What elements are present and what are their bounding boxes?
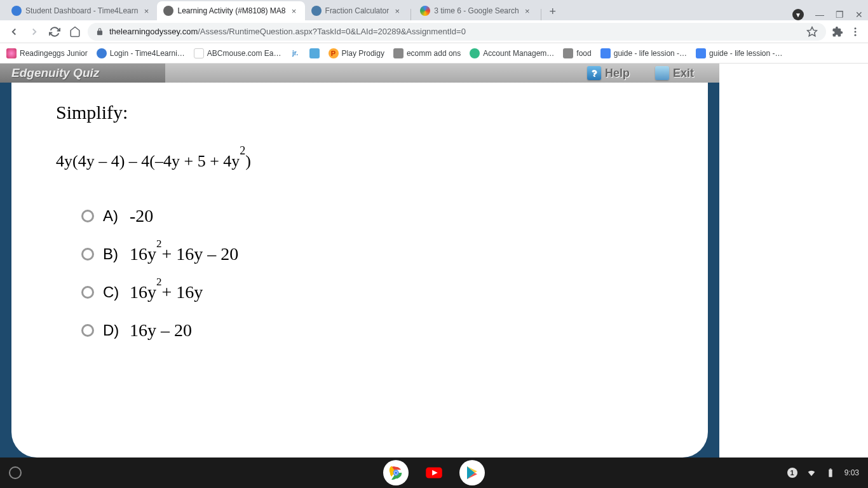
- tab-close-icon[interactable]: ×: [142, 6, 151, 15]
- browser-tab[interactable]: Fraction Calculator ×: [305, 1, 409, 20]
- svg-point-1: [855, 27, 857, 29]
- launcher-button[interactable]: [0, 466, 31, 479]
- help-label: Help: [605, 67, 630, 80]
- tab-divider: [541, 9, 541, 20]
- youtube-app[interactable]: [421, 460, 447, 485]
- exit-icon: [655, 66, 669, 80]
- prodigy-icon: P: [329, 48, 339, 58]
- exit-label: Exit: [673, 67, 694, 80]
- bookmark-label: Readingeggs Junior: [20, 49, 88, 58]
- svg-rect-10: [829, 468, 831, 469]
- bookmark[interactable]: Readingeggs Junior: [6, 48, 88, 58]
- answer-label: B): [103, 245, 121, 263]
- close-window-button[interactable]: ✕: [855, 10, 863, 20]
- quiz-header: Edgenuity Quiz ? Help Exit: [0, 64, 719, 83]
- docs-icon: [600, 48, 611, 58]
- menu-icon[interactable]: [849, 25, 862, 38]
- bookmark-icon: [194, 48, 204, 58]
- answer-option-b[interactable]: B) 16y2 + 16y – 20: [81, 244, 663, 264]
- chrome-app[interactable]: [383, 460, 409, 485]
- answer-option-c[interactable]: C) 16y2 + 16y: [81, 282, 663, 302]
- tab-title: 3 time 6 - Google Search: [434, 6, 519, 15]
- bookmark[interactable]: Account Managem…: [470, 48, 554, 58]
- expr-pre: 4y(4y – 4) – 4(–4y + 5 + 4y: [56, 152, 240, 171]
- url-input[interactable]: thelearningodyssey.com/Assess/RuntimeQue…: [88, 23, 826, 41]
- minimize-button[interactable]: —: [815, 10, 824, 20]
- quiz-frame: Edgenuity Quiz ? Help Exit Simplify: 4y(…: [0, 64, 719, 458]
- window-controls: ▼ — ❐ ✕: [792, 9, 863, 20]
- browser-tab[interactable]: 3 time 6 - Google Search ×: [414, 1, 538, 20]
- quiz-body: Simplify: 4y(4y – 4) – 4(–4y + 5 + 4y 2 …: [11, 83, 708, 458]
- answer-text: 16y2 + 16y: [130, 282, 203, 302]
- question-expression: 4y(4y – 4) – 4(–4y + 5 + 4y 2 ): [56, 152, 663, 171]
- radio-button[interactable]: [81, 210, 94, 222]
- bookmark-label: Play Prodigy: [342, 49, 384, 58]
- bookmark-label: guide - life lession -…: [709, 49, 782, 58]
- bookmark[interactable]: food: [563, 48, 591, 58]
- svg-point-2: [855, 30, 857, 32]
- system-tray[interactable]: 1 9:03: [787, 468, 868, 478]
- question-prompt: Simplify:: [56, 102, 663, 123]
- bookmark[interactable]: PPlay Prodigy: [329, 48, 384, 58]
- bookmark[interactable]: guide - life lession -…: [600, 48, 687, 58]
- help-button[interactable]: ? Help: [587, 66, 630, 80]
- quiz-title: Edgenuity Quiz: [11, 66, 99, 80]
- extensions-icon[interactable]: [831, 25, 844, 38]
- tab-title: Fraction Calculator: [325, 6, 390, 15]
- bookmark-icon: jr.: [290, 48, 301, 58]
- radio-button[interactable]: [81, 324, 94, 337]
- new-tab-button[interactable]: +: [544, 3, 562, 20]
- bookmark[interactable]: ABCmouse.com Ea…: [194, 48, 281, 58]
- globe-icon: [163, 6, 173, 16]
- quiz-title-box: Edgenuity Quiz: [0, 64, 165, 83]
- status-circle-icon[interactable]: ▼: [792, 9, 804, 20]
- docs-icon: [696, 48, 706, 58]
- wifi-icon: [806, 468, 817, 478]
- answers-list: A) -20 B) 16y2 + 16y – 20 C) 16y2 + 16y: [56, 206, 663, 341]
- bookmark[interactable]: jr.: [290, 48, 301, 58]
- reload-button[interactable]: [47, 24, 62, 39]
- bookmark-icon: [309, 48, 320, 58]
- tab-close-icon[interactable]: ×: [393, 6, 402, 15]
- launcher-icon: [9, 466, 22, 479]
- google-icon: [420, 6, 430, 16]
- bookmark[interactable]: [309, 48, 320, 58]
- home-button[interactable]: [67, 24, 83, 39]
- bookmark-label: guide - life lession -…: [614, 49, 687, 58]
- tab-close-icon[interactable]: ×: [523, 6, 532, 15]
- bookmark-icon: [97, 48, 107, 58]
- bookmark[interactable]: guide - life lession -…: [696, 48, 782, 58]
- tab-favicon: [11, 6, 22, 16]
- back-button[interactable]: [6, 24, 22, 39]
- browser-tab-active[interactable]: Learning Activity (#M8108) MA8 ×: [157, 1, 304, 20]
- tab-close-icon[interactable]: ×: [290, 6, 299, 15]
- maximize-button[interactable]: ❐: [836, 10, 844, 20]
- tab-divider: [410, 9, 411, 20]
- svg-point-3: [855, 34, 857, 36]
- folder-icon: [393, 48, 403, 58]
- answer-option-d[interactable]: D) 16y – 20: [81, 320, 663, 341]
- folder-icon: [563, 48, 573, 58]
- tab-title: Learning Activity (#M8108) MA8: [177, 6, 285, 15]
- answer-label: A): [103, 207, 121, 225]
- browser-tab[interactable]: Student Dashboard - Time4Learn ×: [5, 1, 157, 20]
- forward-button[interactable]: [27, 24, 42, 39]
- clock: 9:03: [844, 468, 859, 477]
- bookmark-label: Login - Time4Learni…: [110, 49, 185, 58]
- tab-favicon: [311, 6, 322, 16]
- browser-tab-bar: Student Dashboard - Time4Learn × Learnin…: [0, 0, 868, 20]
- star-icon[interactable]: [806, 25, 818, 38]
- bookmarks-bar: Readingeggs Junior Login - Time4Learni… …: [0, 43, 868, 64]
- play-store-app[interactable]: [459, 460, 485, 485]
- radio-button[interactable]: [81, 248, 94, 261]
- tab-title: Student Dashboard - Time4Learn: [25, 6, 138, 15]
- answer-label: C): [103, 283, 121, 301]
- svg-point-7: [395, 471, 398, 475]
- battery-icon: [825, 468, 836, 478]
- answer-option-a[interactable]: A) -20: [81, 206, 663, 226]
- radio-button[interactable]: [81, 286, 94, 299]
- exit-button[interactable]: Exit: [655, 66, 694, 80]
- bookmark[interactable]: Login - Time4Learni…: [97, 48, 185, 58]
- bookmark-label: ecomm add ons: [407, 49, 461, 58]
- bookmark[interactable]: ecomm add ons: [393, 48, 461, 58]
